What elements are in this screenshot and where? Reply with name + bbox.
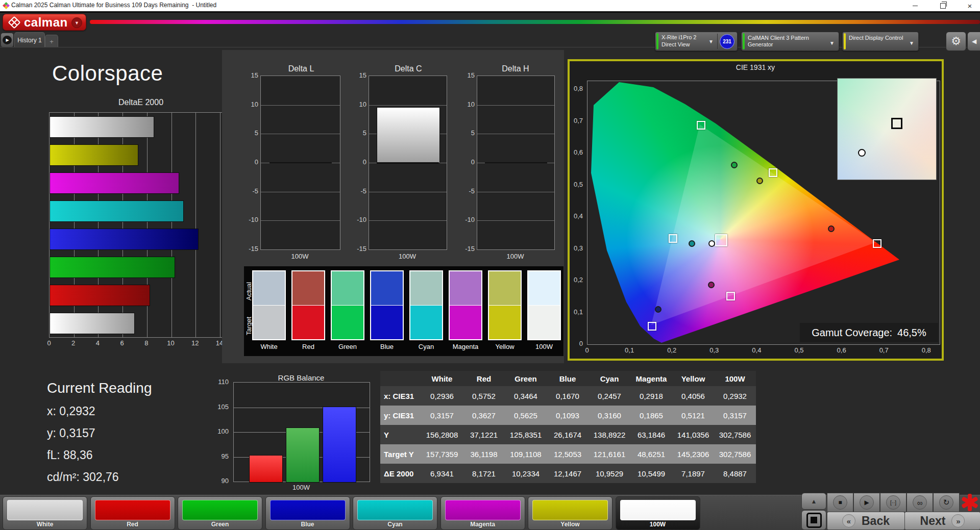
delta-tick-label: -10	[241, 216, 258, 223]
table-cell: 0,4056	[672, 386, 714, 406]
pattern-tile-red[interactable]: Red	[90, 496, 175, 530]
gear-icon: ⚙	[951, 35, 961, 48]
table-header-red: Red	[463, 371, 505, 386]
pattern-tile-swatch	[95, 500, 170, 520]
play-right-icon: ▶	[3, 36, 12, 44]
deltae-gridline	[220, 113, 220, 337]
stop-button[interactable]: ■	[827, 493, 853, 512]
logo-menu-caret[interactable]: ▼	[71, 17, 82, 28]
delta-tick-label: -10	[457, 216, 475, 223]
cie-y-tick: 0,3	[566, 244, 583, 252]
play-icon: ▶	[860, 495, 874, 510]
pattern-tile-cyan[interactable]: Cyan	[353, 496, 437, 530]
back-button[interactable]: « Back	[827, 512, 905, 530]
minimize-button[interactable]	[903, 0, 927, 11]
add-tab-button[interactable]: +	[45, 35, 58, 47]
pattern-tile-green[interactable]: Green	[178, 496, 262, 530]
settings-button[interactable]: ⚙	[946, 32, 966, 51]
table-header-100w: 100W	[714, 371, 756, 386]
refresh-button[interactable]: ↻	[933, 493, 960, 512]
actual-swatch	[527, 270, 561, 305]
meter-dropdown[interactable]: X-Rite i1Pro 2 Direct View ▼ 231	[655, 32, 738, 51]
table-header-cyan: Cyan	[589, 371, 630, 386]
pattern-tile-label: White	[3, 521, 87, 528]
delta-l-xlabel: 100W	[260, 253, 339, 260]
table-header-green: Green	[505, 371, 547, 386]
next-button[interactable]: Next »	[904, 512, 980, 530]
table-cell: 7,1897	[672, 464, 714, 483]
rainbow-strip	[90, 20, 980, 24]
table-cell: 12,5053	[547, 444, 589, 464]
display-control-dropdown[interactable]: Direct Display Control ▼	[842, 32, 919, 51]
delta-c-xlabel: 100W	[369, 253, 446, 260]
restore-button[interactable]	[931, 0, 954, 11]
delta-gridline	[261, 105, 340, 106]
deltae-bar-cyan	[50, 200, 184, 222]
meter-divider	[717, 34, 718, 49]
table-cell: 10,5499	[630, 464, 672, 483]
delta-zero-line	[377, 162, 439, 163]
delta-tick-label: -15	[349, 245, 366, 253]
tab-history-1[interactable]: History 1	[14, 32, 45, 47]
delta-bar	[377, 107, 440, 164]
cie-y-tick: 0,2	[566, 276, 583, 284]
delta-zero-line	[270, 162, 332, 163]
deltae-tick-label: 10	[161, 339, 181, 347]
table-cell: 0,5625	[505, 406, 547, 425]
pattern-tile-white[interactable]: White	[3, 496, 87, 530]
deltae-x-axis: 02468101214	[49, 339, 243, 348]
calman-logo-text: calman	[24, 15, 68, 30]
delta-c-chart	[369, 75, 447, 250]
cie-y-tick: 0,5	[566, 181, 583, 188]
delta-gridline	[477, 220, 554, 221]
actual-row-label: Actual	[245, 273, 252, 309]
table-header-yellow: Yellow	[672, 371, 714, 386]
cie-y-tick: 0,4	[566, 212, 583, 220]
pattern-options-button[interactable]: [··]	[880, 493, 906, 512]
delta-tick-label: -5	[349, 187, 366, 195]
pattern-generator-dropdown[interactable]: CalMAN Client 3 Pattern Generator ▼	[741, 32, 839, 51]
collapse-panel-button[interactable]: ◀	[967, 32, 980, 51]
cie-y-axis: 0,80,70,60,50,40,30,20,10	[566, 81, 585, 344]
delta-tick-label: -10	[349, 216, 366, 223]
restore-icon	[940, 3, 946, 9]
generator-label: CalMAN Client 3 Pattern Generator	[748, 35, 827, 48]
pattern-tile-blue[interactable]: Blue	[265, 496, 350, 530]
cie-x-tick: 0,3	[704, 346, 724, 354]
cie-target-red	[873, 239, 881, 248]
close-button[interactable]: ×	[958, 0, 980, 11]
cie-measured-magenta	[708, 282, 715, 288]
pattern-tile-swatch	[270, 500, 346, 520]
generator-status-stripe	[743, 33, 745, 49]
calman-logo-button[interactable]: calman ▼	[3, 14, 86, 31]
table-row: ΔE 20006,93418,172110,233412,146710,9529…	[380, 464, 756, 483]
layout-nav-button[interactable]: ▶	[1, 33, 14, 47]
cie-measured-cyan	[689, 240, 695, 247]
table-cell: 302,7586	[714, 444, 756, 464]
continuous-read-button[interactable]: ∞	[906, 493, 933, 512]
pattern-tile-100w[interactable]: 100W	[616, 496, 700, 530]
cie-x-axis: 00,10,20,30,40,50,60,70,8	[587, 346, 944, 355]
delta-gridline	[477, 105, 554, 106]
titlebar: Calman 2025 Calman Ultimate for Business…	[0, 0, 980, 11]
delta-gridline	[261, 220, 340, 221]
swatch-column-label: Cyan	[406, 343, 446, 350]
eject-button[interactable]: ▲	[801, 493, 826, 510]
cie-x-tick: 0,8	[916, 346, 937, 354]
swatch-column-green: Green	[331, 266, 364, 356]
chevron-down-icon: ▼	[829, 40, 835, 46]
reading-fl: fL: 88,36	[47, 448, 93, 462]
meter-count-badge[interactable]: 231	[720, 34, 734, 49]
reading-x: x: 0,2932	[47, 405, 95, 418]
pattern-options-icon: [··]	[886, 495, 900, 510]
swatch-column-label: White	[249, 343, 289, 350]
table-cell: 26,1674	[547, 425, 589, 444]
pattern-tile-magenta[interactable]: Magenta	[440, 496, 525, 530]
table-row: Y156,280837,1221125,835126,1674138,89226…	[380, 425, 756, 444]
pattern-tile-yellow[interactable]: Yellow	[528, 496, 612, 530]
table-cell: 156,2808	[421, 425, 463, 444]
pattern-window-button[interactable]	[801, 510, 826, 530]
swatch-column-magenta: Magenta	[449, 266, 482, 356]
play-button[interactable]: ▶	[853, 493, 880, 512]
delta-c-title: Delta C	[370, 64, 447, 73]
